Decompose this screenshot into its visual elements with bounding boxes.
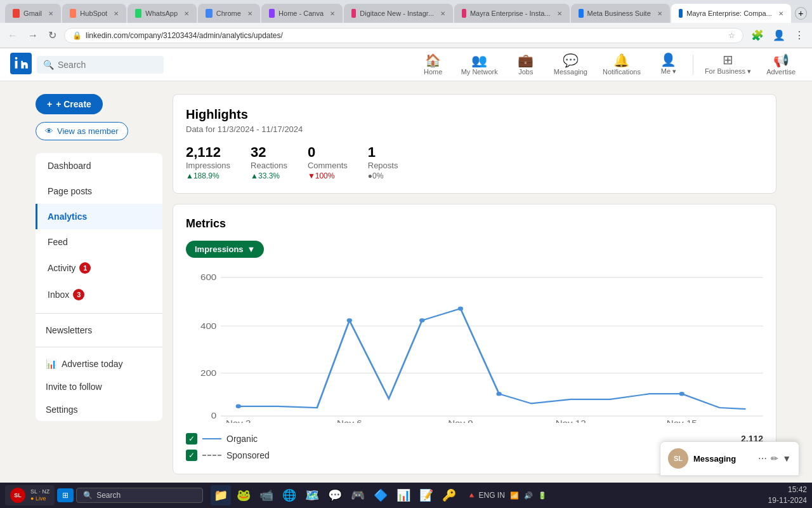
star-icon[interactable]: ☆: [728, 31, 735, 40]
profile-button[interactable]: 👤: [770, 27, 788, 44]
taskbar-time-display: 15:42: [768, 485, 807, 495]
checkmark-icon: ✓: [188, 434, 195, 443]
highlights-card: Highlights Data for 11/3/2024 - 11/17/20…: [173, 94, 776, 194]
more-button[interactable]: ⋮: [792, 27, 807, 44]
sidebar-item-inbox[interactable]: Inbox 3: [36, 281, 162, 308]
messaging-more-button[interactable]: ⋯: [758, 453, 767, 464]
sidebar-item-feed[interactable]: Feed: [36, 229, 162, 255]
chart-point: [236, 404, 241, 409]
taskbar-explorer[interactable]: 📁: [211, 485, 231, 505]
nav-item-home[interactable]: 🏠 Home: [414, 48, 452, 81]
metric-comments: 0 Comments ▼100%: [308, 144, 348, 180]
url-bar[interactable]: 🔒 linkedin.com/company/31203434/admin/an…: [64, 28, 743, 43]
page-layout: + + Create 👁 View as member Dashboard Pa…: [25, 81, 787, 487]
back-button[interactable]: ←: [5, 27, 20, 44]
nav-search-bar[interactable]: 🔍: [37, 56, 164, 74]
hubspot-tab-close[interactable]: ✕: [114, 10, 119, 17]
advertise-icon: 📢: [773, 53, 789, 68]
network-label: My Network: [461, 68, 498, 76]
taskbar-app-6[interactable]: 📊: [393, 485, 414, 505]
view-as-member-button[interactable]: 👁 View as member: [36, 122, 128, 140]
browser-tab-mayra-ig[interactable]: Mayra Enterprise - Insta... ✕: [454, 4, 569, 23]
network-icon: 👥: [471, 53, 487, 68]
nav-item-messaging[interactable]: 💬 Messaging: [547, 48, 594, 81]
browser-tab-hubspot[interactable]: HubSpot ✕: [62, 4, 126, 23]
taskbar-app-7[interactable]: 📝: [416, 485, 436, 505]
nav-item-jobs[interactable]: 💼 Jobs: [507, 48, 545, 81]
browser-tab-meta[interactable]: Meta Business Suite ✕: [571, 4, 670, 23]
nav-item-advertise[interactable]: 📢 Advertise: [760, 48, 802, 81]
browser-tab-chrome[interactable]: Chrome ✕: [198, 4, 260, 23]
sidebar-item-activity[interactable]: Activity 1: [36, 255, 162, 281]
sidebar-item-settings[interactable]: Settings: [36, 398, 162, 421]
inbox-label: Inbox: [48, 290, 69, 300]
taskbar-search[interactable]: 🔍 Search: [76, 488, 203, 503]
battery-icon: 🔋: [538, 491, 547, 500]
me-icon: 👤: [660, 52, 676, 67]
browser-tab-mayra-li[interactable]: Mayra Enterprise: Compa... ✕: [671, 4, 791, 23]
browser-tab-digitace[interactable]: Digitace New - Instagr... ✕: [344, 4, 453, 23]
sidebar-item-invite-follow[interactable]: Invite to follow: [36, 375, 162, 398]
messaging-compose-button[interactable]: ✏: [771, 453, 778, 464]
linkedin-logo[interactable]: [10, 53, 32, 76]
meta-tab-close[interactable]: ✕: [657, 10, 662, 17]
search-input[interactable]: [58, 60, 147, 70]
sidebar-item-advertise-today[interactable]: 📊 Advertise today: [36, 352, 162, 375]
browser-tabs-bar: Gmail ✕ HubSpot ✕ WhatsApp ✕ Chrome ✕ Ho…: [0, 0, 812, 23]
extensions-button[interactable]: 🧩: [749, 27, 766, 44]
messaging-title: Messaging: [693, 454, 753, 464]
search-icon: 🔍: [43, 60, 54, 70]
digitace-tab-label: Digitace New - Instagr...: [360, 10, 434, 17]
taskbar-app-5[interactable]: 🎮: [348, 485, 368, 505]
canva-tab-label: Home - Canva: [278, 10, 324, 17]
taskbar-app-3[interactable]: 🗺️: [302, 485, 322, 505]
svg-text:0: 0: [211, 412, 217, 420]
mayra-li-tab-close[interactable]: ✕: [778, 10, 783, 17]
whatsapp-tab-close[interactable]: ✕: [184, 10, 189, 17]
sidebar-nav: Dashboard Page posts Analytics Feed Acti…: [36, 153, 162, 421]
taskbar-app-2[interactable]: 📹: [256, 485, 277, 505]
mayra-ig-tab-close[interactable]: ✕: [557, 10, 562, 17]
canva-tab-close[interactable]: ✕: [330, 10, 335, 17]
taskbar-app-1[interactable]: 🐸: [233, 485, 254, 505]
nav-item-notifications[interactable]: 🔔 Notifications: [596, 48, 647, 81]
chrome-favicon: [206, 9, 213, 18]
digitace-tab-close[interactable]: ✕: [440, 10, 445, 17]
activity-badge: 1: [79, 262, 91, 274]
sidebar-item-newsletters[interactable]: Newsletters: [36, 319, 162, 342]
taskbar-start-button[interactable]: ⊞: [57, 488, 74, 502]
taskbar-chrome[interactable]: 🌐: [279, 485, 299, 505]
sponsored-checkbox[interactable]: ✓: [186, 450, 197, 461]
reactions-change: ▲33.3%: [251, 171, 287, 180]
checkmark-icon-2: ✓: [188, 451, 195, 460]
browser-tab-whatsapp[interactable]: WhatsApp ✕: [128, 4, 197, 23]
mayra-ig-favicon: [462, 9, 466, 18]
new-tab-button[interactable]: +: [795, 7, 807, 20]
impressions-dropdown-button[interactable]: Impressions ▼: [186, 241, 264, 258]
sidebar-item-dashboard[interactable]: Dashboard: [36, 153, 162, 178]
browser-tab-gmail[interactable]: Gmail ✕: [5, 4, 61, 23]
organic-checkbox[interactable]: ✓: [186, 433, 197, 444]
lock-icon: 🔒: [72, 31, 82, 40]
nav-divider: [693, 55, 693, 75]
taskbar-edge[interactable]: 🔷: [370, 485, 391, 505]
sidebar-item-analytics[interactable]: Analytics: [36, 204, 162, 229]
browser-tab-canva[interactable]: Home - Canva ✕: [261, 4, 343, 23]
forward-button[interactable]: →: [25, 27, 41, 44]
taskbar-app-8[interactable]: 🔑: [439, 485, 459, 505]
nav-item-for-business[interactable]: ⊞ For Business ▾: [698, 48, 757, 81]
taskbar-clock[interactable]: 15:42 19-11-2024: [768, 485, 807, 506]
create-button[interactable]: + + Create: [36, 94, 103, 114]
metrics-title: Metrics: [186, 217, 763, 231]
gmail-tab-close[interactable]: ✕: [48, 10, 53, 17]
messaging-popup: SL Messaging ⋯ ✏ ▼: [660, 441, 799, 476]
nav-item-me[interactable]: 👤 Me ▾: [650, 48, 688, 81]
nav-item-network[interactable]: 👥 My Network: [455, 48, 504, 81]
sidebar-item-page-posts[interactable]: Page posts: [36, 178, 162, 204]
messaging-collapse-button[interactable]: ▼: [782, 453, 791, 464]
metric-reactions: 32 Reactions ▲33.3%: [251, 144, 287, 180]
chrome-tab-close[interactable]: ✕: [247, 10, 252, 17]
taskbar-app-4[interactable]: 💬: [325, 485, 345, 505]
whatsapp-tab-label: WhatsApp: [145, 10, 178, 17]
reload-button[interactable]: ↻: [46, 27, 59, 44]
